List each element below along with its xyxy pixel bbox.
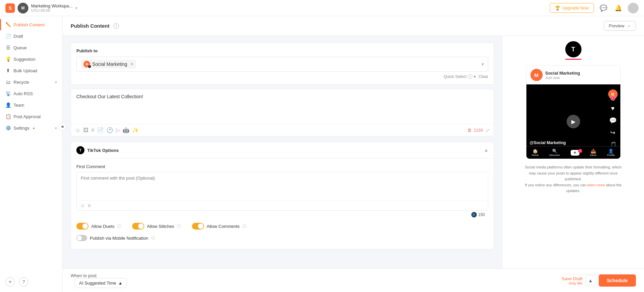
trash-icon: 🗑: [467, 128, 472, 133]
duets-toggle-switch[interactable]: [76, 223, 89, 230]
sidebar-item-recycle[interactable]: 🗂 Recycle ▾: [0, 76, 62, 88]
image-icon[interactable]: 🖼: [83, 127, 89, 133]
play-button[interactable]: ▶: [567, 115, 580, 128]
app-logo: S: [5, 3, 15, 13]
tiktok-phone-preview: ▶ M + ♥ 💬 ↪ 🎵: [526, 84, 620, 159]
stitches-knob: [138, 223, 144, 229]
ai-time-button[interactable]: AI Suggested Time ▲: [75, 278, 127, 288]
save-options-chevron[interactable]: ▲: [585, 275, 596, 286]
nav-home[interactable]: 🏠 Home: [531, 149, 539, 157]
allow-stitches-toggle: Allow Stitches ⓘ: [132, 223, 181, 230]
document-icon[interactable]: 📄: [97, 127, 104, 133]
allow-duets-label: Allow Duets: [91, 224, 115, 229]
preview-card-header: M Social Marketing Just now: [526, 65, 620, 84]
sidebar-item-suggestion[interactable]: 💡 Suggestion: [0, 53, 62, 65]
save-draft-section: Save Draft Only Me: [562, 276, 582, 285]
notifications-icon[interactable]: 🔔: [613, 3, 624, 14]
comments-toggle-switch[interactable]: [192, 223, 204, 230]
preview-button[interactable]: Preview →: [604, 21, 636, 31]
draft-icon: 📄: [5, 33, 11, 39]
quick-select-button[interactable]: Quick Select i ▾: [444, 74, 476, 79]
publish-info-icon[interactable]: i: [114, 23, 119, 29]
publish-to-label: Publish to: [76, 48, 488, 53]
workspace-chevron-icon[interactable]: ▾: [75, 6, 77, 10]
tiktok-header[interactable]: T TikTok Options ▲: [71, 142, 494, 159]
sidebar-item-bulk-upload[interactable]: ⬆ Bulk Upload: [0, 65, 62, 76]
nav-add[interactable]: + 3: [571, 150, 579, 156]
sidebar-item-team[interactable]: 👤 Team: [0, 99, 62, 111]
schedule-button[interactable]: Schedule: [599, 274, 636, 287]
upgrade-button[interactable]: 🏆 Upgrade Now: [550, 3, 594, 13]
allow-comments-toggle: Allow Comments ⓘ: [192, 223, 247, 230]
remove-account-tag[interactable]: ✕: [130, 62, 133, 67]
main-layout: ✏️ Publish Content 📄 Draft ☰ Queue 💡 Sug…: [0, 16, 644, 292]
emoji-icon-comment[interactable]: ☺: [80, 203, 85, 208]
sidebar-item-queue[interactable]: ☰ Queue: [0, 42, 62, 53]
sidebar-collapse-button[interactable]: ◀: [58, 123, 66, 131]
sidebar-item-settings[interactable]: ⚙️ Settings ● ▾: [0, 122, 62, 134]
sidebar-item-label: Suggestion: [14, 57, 35, 62]
ai-icon[interactable]: 🤖: [123, 127, 129, 133]
mobile-notify-info-icon[interactable]: ⓘ: [151, 235, 155, 241]
publish-header: Publish Content i Preview →: [63, 16, 644, 36]
left-panel: Publish to M T Social Marketing: [63, 36, 502, 268]
play-icon[interactable]: ▷: [116, 127, 120, 133]
quick-select-row: Quick Select i ▾ Clear: [76, 74, 488, 79]
help-button[interactable]: ?: [19, 277, 28, 287]
home-icon: 🏠: [532, 149, 538, 154]
sidebar-item-draft[interactable]: 📄 Draft: [0, 30, 62, 42]
char-limit: 150: [478, 212, 485, 217]
nav-profile[interactable]: 👤 Profile: [607, 149, 615, 157]
first-comment-textarea[interactable]: [77, 172, 488, 199]
when-to-post-label: When to post: [71, 273, 97, 278]
clear-button[interactable]: Clear: [478, 74, 488, 79]
expand-icon[interactable]: ⤢: [486, 128, 490, 133]
first-comment-label: First Comment: [76, 164, 488, 169]
preview-username: Social Marketing: [545, 71, 580, 76]
preview-time: Just now: [545, 76, 580, 80]
tiktok-logo-letter: T: [571, 46, 575, 53]
add-button[interactable]: +: [5, 277, 15, 287]
hashtag-icon[interactable]: #: [91, 127, 94, 133]
bottom-bar: When to post AI Suggested Time ▲ Save Dr…: [63, 268, 644, 292]
approval-icon: 📋: [5, 114, 11, 119]
nav-discover[interactable]: 🔍 Discover: [549, 149, 560, 157]
stitches-toggle-switch[interactable]: [132, 223, 144, 230]
emoji-icon[interactable]: ☺: [75, 127, 80, 133]
share-icon[interactable]: ↪: [610, 129, 615, 136]
tiktok-plus-badge[interactable]: +: [611, 96, 615, 101]
save-draft-label[interactable]: Save Draft: [562, 276, 582, 281]
messages-icon[interactable]: 💬: [598, 3, 609, 14]
comment-icon[interactable]: 💬: [609, 117, 617, 124]
rss-icon: 📡: [5, 91, 11, 96]
upload-icon: ⬆: [5, 68, 11, 73]
stitches-info-icon[interactable]: ⓘ: [177, 223, 181, 229]
user-avatar[interactable]: [628, 3, 639, 14]
comments-info-icon[interactable]: ⓘ: [242, 223, 246, 229]
caption-textarea[interactable]: [71, 89, 494, 123]
duets-info-icon[interactable]: ⓘ: [117, 223, 121, 229]
sidebar-item-label: Post Approval: [14, 114, 41, 119]
inbox-icon: 📥: [591, 149, 596, 154]
sidebar: ✏️ Publish Content 📄 Draft ☰ Queue 💡 Sug…: [0, 16, 63, 292]
clock-icon[interactable]: 🕐: [106, 127, 113, 133]
allow-stitches-label: Allow Stitches: [147, 224, 174, 229]
tiktok-body: First Comment ☺ # 🔵 150: [71, 159, 494, 249]
nav-inbox[interactable]: 📥 Inbox: [590, 149, 597, 157]
upgrade-label: Upgrade Now: [562, 5, 589, 10]
tiktok-bottom-nav-bar: 🏠 Home 🔍 Discover + 3: [526, 146, 620, 159]
heart-icon[interactable]: ♥: [611, 105, 615, 112]
sidebar-item-post-approval[interactable]: 📋 Post Approval: [0, 111, 62, 122]
publish-to-select[interactable]: M T Social Marketing ✕ ▾: [76, 57, 488, 72]
mobile-notify-switch[interactable]: [76, 235, 87, 241]
sidebar-item-publish-content[interactable]: ✏️ Publish Content: [0, 19, 62, 30]
hashtag-icon-comment[interactable]: #: [88, 203, 91, 208]
publish-header-title: Publish Content: [71, 23, 109, 29]
chevron-down-icon: ▾: [55, 80, 57, 84]
account-tag-social-marketing: M T Social Marketing ✕: [81, 60, 136, 69]
discover-icon: 🔍: [552, 149, 558, 154]
magic-icon[interactable]: ✨: [132, 127, 139, 133]
learn-more-link[interactable]: learn more: [587, 183, 605, 187]
tiktok-logo-section: T: [565, 41, 581, 65]
sidebar-item-auto-rss[interactable]: 📡 Auto RSS: [0, 88, 62, 99]
